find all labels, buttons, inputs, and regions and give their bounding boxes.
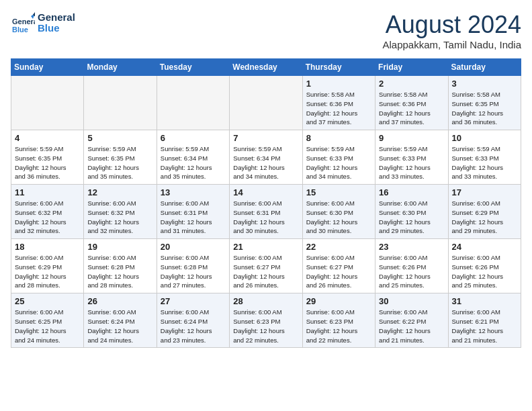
day-number: 18 (15, 242, 80, 252)
header-sunday: Sunday (11, 59, 84, 76)
logo: General Blue General Blue (11, 11, 75, 35)
day-cell (84, 76, 157, 130)
day-info: Sunrise: 6:00 AM Sunset: 6:28 PM Dayligh… (87, 253, 152, 290)
day-info: Sunrise: 5:58 AM Sunset: 6:36 PM Dayligh… (306, 90, 371, 127)
day-cell: 20Sunrise: 6:00 AM Sunset: 6:28 PM Dayli… (157, 239, 229, 293)
day-number: 19 (87, 242, 152, 252)
day-cell: 10Sunrise: 5:59 AM Sunset: 6:33 PM Dayli… (448, 130, 521, 185)
day-number: 1 (306, 79, 371, 89)
day-info: Sunrise: 6:00 AM Sunset: 6:22 PM Dayligh… (379, 308, 444, 345)
day-info: Sunrise: 6:00 AM Sunset: 6:21 PM Dayligh… (452, 308, 517, 345)
day-info: Sunrise: 5:59 AM Sunset: 6:35 PM Dayligh… (15, 144, 80, 181)
day-cell: 4Sunrise: 5:59 AM Sunset: 6:35 PM Daylig… (11, 130, 84, 185)
day-number: 10 (452, 133, 517, 143)
day-number: 3 (452, 79, 517, 89)
day-info: Sunrise: 6:00 AM Sunset: 6:32 PM Dayligh… (15, 199, 80, 236)
day-info: Sunrise: 6:00 AM Sunset: 6:24 PM Dayligh… (161, 308, 226, 345)
day-number: 8 (306, 133, 371, 143)
day-info: Sunrise: 5:58 AM Sunset: 6:36 PM Dayligh… (379, 90, 444, 127)
day-number: 23 (379, 242, 444, 252)
day-info: Sunrise: 5:58 AM Sunset: 6:35 PM Dayligh… (452, 90, 517, 127)
day-cell (157, 76, 229, 130)
day-info: Sunrise: 5:59 AM Sunset: 6:33 PM Dayligh… (379, 144, 444, 181)
day-info: Sunrise: 6:00 AM Sunset: 6:31 PM Dayligh… (233, 199, 298, 236)
day-number: 7 (233, 133, 298, 143)
day-cell: 21Sunrise: 6:00 AM Sunset: 6:27 PM Dayli… (230, 239, 302, 293)
day-number: 15 (306, 187, 371, 197)
day-number: 22 (306, 242, 371, 252)
day-number: 20 (161, 242, 226, 252)
day-number: 25 (15, 296, 80, 306)
day-info: Sunrise: 6:00 AM Sunset: 6:30 PM Dayligh… (379, 199, 444, 236)
header-monday: Monday (84, 59, 157, 76)
day-info: Sunrise: 6:00 AM Sunset: 6:27 PM Dayligh… (233, 253, 298, 290)
svg-text:General: General (12, 17, 35, 26)
day-info: Sunrise: 5:59 AM Sunset: 6:35 PM Dayligh… (87, 144, 152, 181)
day-info: Sunrise: 6:00 AM Sunset: 6:26 PM Dayligh… (452, 253, 517, 290)
day-cell: 13Sunrise: 6:00 AM Sunset: 6:31 PM Dayli… (157, 185, 229, 239)
day-number: 6 (161, 133, 226, 143)
day-cell: 6Sunrise: 5:59 AM Sunset: 6:34 PM Daylig… (157, 130, 229, 185)
week-row-1: 1Sunrise: 5:58 AM Sunset: 6:36 PM Daylig… (11, 76, 521, 130)
day-cell: 16Sunrise: 6:00 AM Sunset: 6:30 PM Dayli… (375, 185, 448, 239)
day-info: Sunrise: 6:00 AM Sunset: 6:30 PM Dayligh… (306, 199, 371, 236)
day-info: Sunrise: 5:59 AM Sunset: 6:34 PM Dayligh… (161, 144, 226, 181)
week-row-2: 4Sunrise: 5:59 AM Sunset: 6:35 PM Daylig… (11, 130, 521, 185)
day-number: 11 (15, 187, 80, 197)
header-wednesday: Wednesday (230, 59, 302, 76)
day-cell: 31Sunrise: 6:00 AM Sunset: 6:21 PM Dayli… (448, 293, 521, 348)
day-cell: 25Sunrise: 6:00 AM Sunset: 6:25 PM Dayli… (11, 293, 84, 348)
day-cell: 15Sunrise: 6:00 AM Sunset: 6:30 PM Dayli… (302, 185, 375, 239)
day-info: Sunrise: 6:00 AM Sunset: 6:23 PM Dayligh… (233, 308, 298, 345)
day-info: Sunrise: 6:00 AM Sunset: 6:24 PM Dayligh… (87, 308, 152, 345)
day-number: 30 (379, 296, 444, 306)
day-number: 12 (87, 187, 152, 197)
page-header: General Blue General Blue August 2024 Al… (11, 11, 521, 50)
day-number: 17 (452, 187, 517, 197)
day-cell (11, 76, 84, 130)
day-cell: 29Sunrise: 6:00 AM Sunset: 6:23 PM Dayli… (302, 293, 375, 348)
day-cell: 23Sunrise: 6:00 AM Sunset: 6:26 PM Dayli… (375, 239, 448, 293)
day-cell: 14Sunrise: 6:00 AM Sunset: 6:31 PM Dayli… (230, 185, 302, 239)
day-cell: 22Sunrise: 6:00 AM Sunset: 6:27 PM Dayli… (302, 239, 375, 293)
day-info: Sunrise: 6:00 AM Sunset: 6:23 PM Dayligh… (306, 308, 371, 345)
logo-line2: Blue (38, 23, 75, 34)
day-info: Sunrise: 6:00 AM Sunset: 6:27 PM Dayligh… (306, 253, 371, 290)
day-cell: 7Sunrise: 5:59 AM Sunset: 6:34 PM Daylig… (230, 130, 302, 185)
day-info: Sunrise: 5:59 AM Sunset: 6:33 PM Dayligh… (306, 144, 371, 181)
day-number: 31 (452, 296, 517, 306)
header-saturday: Saturday (448, 59, 521, 76)
day-info: Sunrise: 6:00 AM Sunset: 6:29 PM Dayligh… (452, 199, 517, 236)
header-tuesday: Tuesday (157, 59, 229, 76)
day-cell: 9Sunrise: 5:59 AM Sunset: 6:33 PM Daylig… (375, 130, 448, 185)
day-cell: 1Sunrise: 5:58 AM Sunset: 6:36 PM Daylig… (302, 76, 375, 130)
day-cell (230, 76, 302, 130)
header-thursday: Thursday (302, 59, 375, 76)
day-cell: 3Sunrise: 5:58 AM Sunset: 6:35 PM Daylig… (448, 76, 521, 130)
week-row-5: 25Sunrise: 6:00 AM Sunset: 6:25 PM Dayli… (11, 293, 521, 348)
day-number: 26 (87, 296, 152, 306)
logo-icon: General Blue (11, 11, 35, 35)
day-info: Sunrise: 5:59 AM Sunset: 6:33 PM Dayligh… (452, 144, 517, 181)
day-number: 13 (161, 187, 226, 197)
day-cell: 17Sunrise: 6:00 AM Sunset: 6:29 PM Dayli… (448, 185, 521, 239)
day-number: 2 (379, 79, 444, 89)
day-info: Sunrise: 5:59 AM Sunset: 6:34 PM Dayligh… (233, 144, 298, 181)
day-cell: 28Sunrise: 6:00 AM Sunset: 6:23 PM Dayli… (230, 293, 302, 348)
day-info: Sunrise: 6:00 AM Sunset: 6:29 PM Dayligh… (15, 253, 80, 290)
day-cell: 2Sunrise: 5:58 AM Sunset: 6:36 PM Daylig… (375, 76, 448, 130)
day-cell: 8Sunrise: 5:59 AM Sunset: 6:33 PM Daylig… (302, 130, 375, 185)
week-row-4: 18Sunrise: 6:00 AM Sunset: 6:29 PM Dayli… (11, 239, 521, 293)
day-cell: 26Sunrise: 6:00 AM Sunset: 6:24 PM Dayli… (84, 293, 157, 348)
day-info: Sunrise: 6:00 AM Sunset: 6:28 PM Dayligh… (161, 253, 226, 290)
location: Alappakkam, Tamil Nadu, India (383, 39, 522, 50)
day-cell: 27Sunrise: 6:00 AM Sunset: 6:24 PM Dayli… (157, 293, 229, 348)
svg-text:Blue: Blue (12, 26, 28, 34)
day-cell: 5Sunrise: 5:59 AM Sunset: 6:35 PM Daylig… (84, 130, 157, 185)
day-info: Sunrise: 6:00 AM Sunset: 6:26 PM Dayligh… (379, 253, 444, 290)
calendar-header-row: SundayMondayTuesdayWednesdayThursdayFrid… (11, 59, 521, 76)
day-info: Sunrise: 6:00 AM Sunset: 6:31 PM Dayligh… (161, 199, 226, 236)
week-row-3: 11Sunrise: 6:00 AM Sunset: 6:32 PM Dayli… (11, 185, 521, 239)
day-cell: 18Sunrise: 6:00 AM Sunset: 6:29 PM Dayli… (11, 239, 84, 293)
header-friday: Friday (375, 59, 448, 76)
